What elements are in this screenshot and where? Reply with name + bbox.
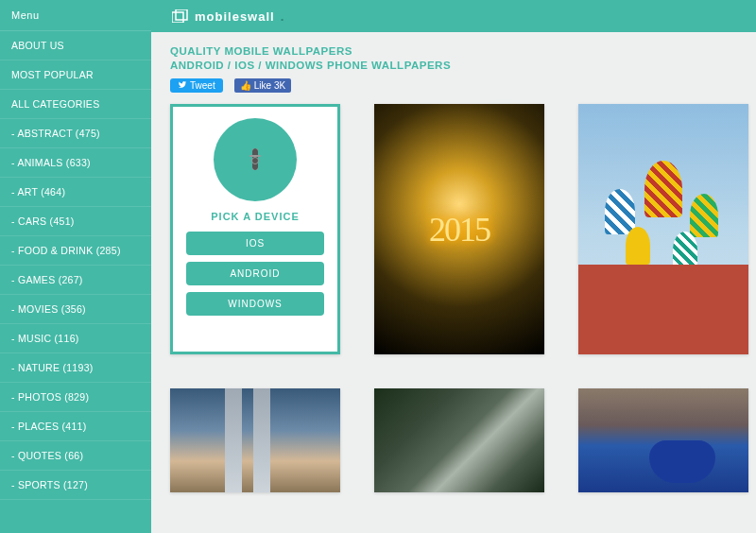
svg-rect-0 [172,12,183,23]
sidebar: Menu ABOUT US MOST POPULAR ALL CATEGORIE… [0,0,151,533]
logo-icon [172,9,189,23]
wallpaper-thumb-game-controller[interactable] [578,388,748,492]
social-row: Tweet 👍 Like 3K [170,78,737,93]
sidebar-item-nature[interactable]: - NATURE (1193) [0,353,151,383]
tweet-label: Tweet [190,80,215,91]
wallpaper-thumb-fireworks-2015[interactable] [374,104,544,354]
wallpaper-grid: PICK A DEVICE IOS ANDROID WINDOWS [170,104,737,492]
logo-dot: . [281,9,285,24]
sidebar-item-food-drink[interactable]: - FOOD & DRINK (285) [0,236,151,266]
sidebar-item-sports[interactable]: - SPORTS (127) [0,471,151,500]
main-area: mobileswall . QUALITY MOBILE WALLPAPERS … [151,0,756,533]
content: QUALITY MOBILE WALLPAPERS ANDROID / IOS … [151,32,756,492]
topbar: mobileswall . [151,0,756,32]
svg-rect-1 [176,9,187,20]
sidebar-item-art[interactable]: - ART (464) [0,178,151,207]
logo-text: mobileswall [195,9,275,24]
page-title-line2: ANDROID / IOS / WINDOWS PHONE WALLPAPERS [170,60,737,71]
phone-icon [252,151,258,168]
logo[interactable]: mobileswall . [172,9,284,24]
sidebar-item-all-categories[interactable]: ALL CATEGORIES [0,90,151,119]
sidebar-item-quotes[interactable]: - QUOTES (66) [0,441,151,471]
thumb-up-icon: 👍 [240,80,251,91]
sidebar-item-games[interactable]: - GAMES (267) [0,266,151,295]
fb-like-button[interactable]: 👍 Like 3K [234,78,292,93]
twitter-icon [178,80,187,91]
sidebar-item-cars[interactable]: - CARS (451) [0,207,151,236]
sidebar-item-places[interactable]: - PLACES (411) [0,412,151,441]
device-picker-card: PICK A DEVICE IOS ANDROID WINDOWS [170,104,340,354]
device-btn-ios[interactable]: IOS [186,232,324,255]
sidebar-item-most-popular[interactable]: MOST POPULAR [0,60,151,90]
device-btn-windows[interactable]: WINDOWS [186,292,324,316]
sidebar-item-abstract[interactable]: - ABSTRACT (475) [0,119,151,148]
fb-like-label: Like [254,80,271,91]
fb-like-count: 3K [274,80,285,91]
device-btn-android[interactable]: ANDROID [186,262,324,285]
pick-a-device-label: PICK A DEVICE [211,211,299,222]
tweet-button[interactable]: Tweet [170,78,223,93]
menu-header: Menu [0,0,151,31]
sidebar-item-music[interactable]: - MUSIC (116) [0,324,151,353]
device-circle [214,118,297,201]
sidebar-item-animals[interactable]: - ANIMALS (633) [0,148,151,178]
wallpaper-thumb-waterfall[interactable] [374,388,544,492]
sidebar-item-about[interactable]: ABOUT US [0,31,151,60]
wallpaper-thumb-cathedral[interactable] [578,104,748,354]
sidebar-item-photos[interactable]: - PHOTOS (829) [0,383,151,412]
page-title-line1: QUALITY MOBILE WALLPAPERS [170,45,737,57]
sidebar-item-movies[interactable]: - MOVIES (356) [0,295,151,324]
wallpaper-thumb-twin-towers[interactable] [170,388,340,492]
